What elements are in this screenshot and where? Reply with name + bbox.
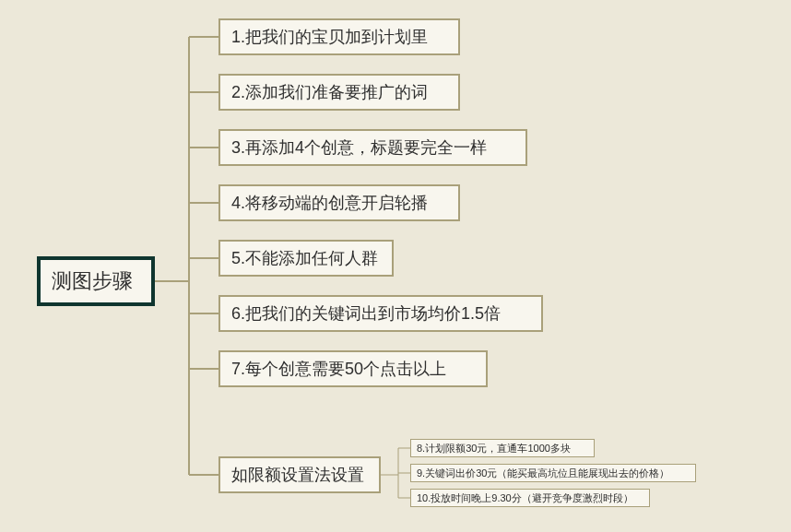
sub-node-2[interactable]: 9.关键词出价30元（能买最高坑位且能展现出去的价格） bbox=[410, 464, 696, 482]
sub-node-1[interactable]: 8.计划限额30元，直通车1000多块 bbox=[410, 439, 595, 457]
root-label: 测图步骤 bbox=[52, 267, 133, 295]
child-node-7[interactable]: 7.每个创意需要50个点击以上 bbox=[218, 350, 488, 387]
child-node-8[interactable]: 如限额设置法设置 bbox=[218, 456, 381, 493]
sub-label: 9.关键词出价30元（能买最高坑位且能展现出去的价格） bbox=[417, 467, 669, 480]
child-node-3[interactable]: 3.再添加4个创意，标题要完全一样 bbox=[218, 129, 527, 166]
child-label: 6.把我们的关键词出到市场均价1.5倍 bbox=[231, 302, 501, 325]
child-node-2[interactable]: 2.添加我们准备要推广的词 bbox=[218, 74, 460, 111]
child-label: 如限额设置法设置 bbox=[231, 464, 364, 486]
root-node[interactable]: 测图步骤 bbox=[37, 256, 155, 306]
child-node-1[interactable]: 1.把我们的宝贝加到计划里 bbox=[218, 18, 460, 55]
child-label: 5.不能添加任何人群 bbox=[231, 247, 378, 269]
sub-node-3[interactable]: 10.投放时间晚上9.30分（避开竞争度激烈时段） bbox=[410, 489, 650, 507]
child-label: 1.把我们的宝贝加到计划里 bbox=[231, 26, 428, 48]
child-label: 7.每个创意需要50个点击以上 bbox=[231, 358, 446, 380]
child-label: 3.再添加4个创意，标题要完全一样 bbox=[231, 136, 487, 159]
sub-label: 8.计划限额30元，直通车1000多块 bbox=[417, 442, 571, 455]
child-label: 2.添加我们准备要推广的词 bbox=[231, 81, 428, 103]
child-node-4[interactable]: 4.将移动端的创意开启轮播 bbox=[218, 184, 460, 221]
child-node-5[interactable]: 5.不能添加任何人群 bbox=[218, 240, 394, 277]
child-label: 4.将移动端的创意开启轮播 bbox=[231, 192, 428, 214]
sub-label: 10.投放时间晚上9.30分（避开竞争度激烈时段） bbox=[417, 491, 633, 505]
child-node-6[interactable]: 6.把我们的关键词出到市场均价1.5倍 bbox=[218, 295, 543, 332]
